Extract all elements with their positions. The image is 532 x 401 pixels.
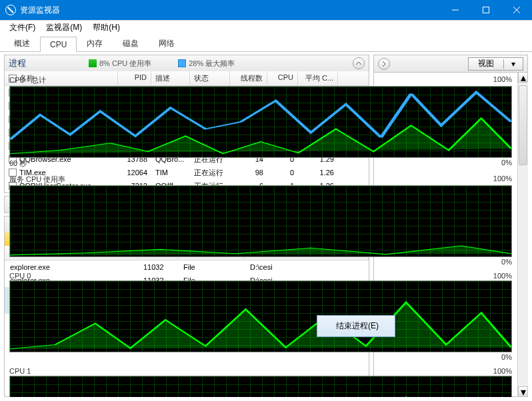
menu-file[interactable]: 文件(F): [4, 21, 41, 35]
chart-foot-right: 0%: [501, 353, 512, 361]
menu-monitor[interactable]: 监视器(M): [41, 21, 87, 35]
chart-max: 100%: [493, 272, 512, 280]
chart-block: CPU - 总计100% 60 秒0%: [373, 72, 517, 171]
app-icon: [5, 5, 16, 15]
window-close-button[interactable]: [501, 0, 532, 20]
chart-foot-right: 0%: [501, 258, 512, 266]
chart-canvas: [373, 376, 512, 397]
graphs-scrollbar[interactable]: ▴ ▾: [517, 72, 528, 397]
scroll-down-button[interactable]: ▾: [518, 386, 528, 397]
scroll-up-button[interactable]: ▴: [518, 72, 528, 83]
processes-header[interactable]: 进程 8% CPU 使用率 28% 最大频率: [5, 55, 369, 71]
window-maximize-button[interactable]: [471, 0, 501, 20]
processes-title: 进程: [9, 57, 62, 69]
tab-network[interactable]: 网络: [149, 35, 185, 52]
tab-cpu[interactable]: CPU: [40, 37, 77, 52]
chevron-down-icon: ▾: [503, 59, 523, 69]
charts-container: CPU - 总计100% 60 秒0%服务 CPU 使用率100% 0%CPU …: [373, 72, 517, 397]
processes-cpu-usage: 8% CPU 使用率: [89, 59, 151, 69]
graphs-collapse-button[interactable]: [378, 58, 390, 70]
chart-max: 100%: [493, 175, 512, 185]
window-titlebar: 资源监视器: [0, 0, 532, 20]
window-minimize-button[interactable]: [440, 0, 471, 20]
menu-help[interactable]: 帮助(H): [87, 21, 125, 35]
scroll-thumb[interactable]: [519, 85, 527, 165]
menu-bar: 文件(F) 监视器(M) 帮助(H): [0, 20, 532, 35]
window-title: 资源监视器: [20, 5, 60, 16]
svg-rect-0: [483, 7, 489, 13]
chart-block: 服务 CPU 使用率100% 0%: [373, 171, 517, 268]
graphs-pane: 视图 ▾ CPU - 总计100% 60 秒0%服务 CPU 使用率100% 0…: [373, 55, 528, 397]
graphs-header: 视图 ▾: [374, 55, 527, 73]
tab-memory[interactable]: 内存: [77, 35, 113, 52]
chart-foot-right: 0%: [501, 159, 512, 169]
tab-bar: 概述 CPU 内存 磁盘 网络: [0, 35, 532, 52]
context-menu: 结束进程(E): [317, 315, 395, 337]
processes-collapse-button[interactable]: [353, 57, 365, 69]
view-label: 视图: [469, 58, 503, 69]
chart-canvas: [373, 86, 512, 158]
chart-canvas: [373, 185, 512, 257]
tab-overview[interactable]: 概述: [4, 35, 40, 52]
chart-max: 100%: [493, 367, 512, 375]
chart-max: 100%: [493, 75, 512, 85]
view-selector[interactable]: 视图 ▾: [468, 57, 523, 71]
tab-disk[interactable]: 磁盘: [113, 35, 149, 52]
context-end-process[interactable]: 结束进程(E): [319, 318, 393, 334]
processes-max-freq: 28% 最大频率: [178, 59, 235, 69]
chart-block: CPU 1100%: [373, 364, 517, 397]
